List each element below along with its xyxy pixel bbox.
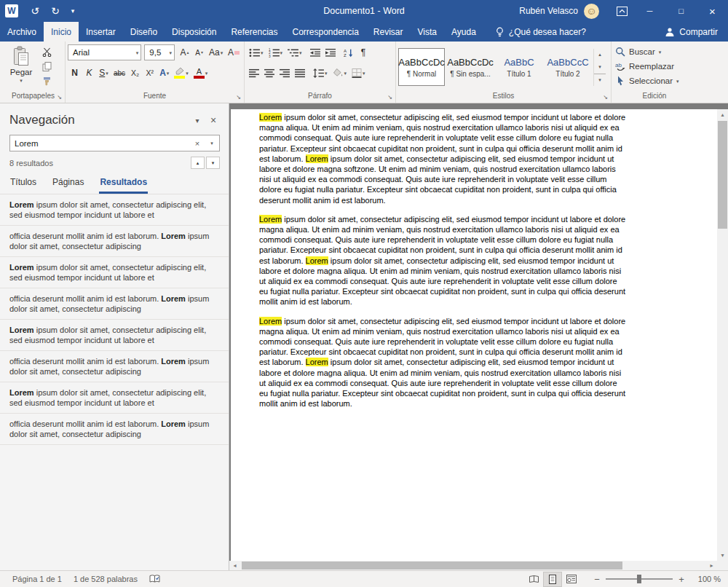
ribbon-tab-ayuda[interactable]: Ayuda — [444, 22, 483, 42]
style-sin-espa[interactable]: AaBbCcDc¶ Sin espa... — [447, 48, 494, 86]
show-paragraph-marks-button[interactable]: ¶ — [357, 44, 371, 60]
dialog-launcher-icon[interactable]: ↘ — [57, 95, 62, 101]
text-effects-button[interactable]: A▾ — [157, 65, 171, 81]
ribbon-display-options-icon[interactable] — [609, 0, 634, 22]
search-options-icon[interactable]: ▾ — [205, 135, 219, 151]
style-t-tulo-1[interactable]: AaBbCTítulo 1 — [496, 48, 542, 86]
search-result-item[interactable]: Lorem ipsum dolor sit amet, consectetur … — [0, 194, 229, 226]
ribbon-tab-correspondencia[interactable]: Correspondencia — [285, 22, 365, 42]
nav-tab-paginas[interactable]: Páginas — [52, 173, 84, 194]
zoom-slider-thumb[interactable] — [637, 575, 641, 583]
customize-qat-icon[interactable]: ▾ — [66, 2, 79, 20]
scroll-down-icon[interactable]: ▾ — [717, 550, 728, 561]
close-button[interactable]: × — [697, 0, 728, 22]
document-page[interactable]: Lorem ipsum dolor sit amet, consectetur … — [231, 109, 717, 561]
search-result-item[interactable]: Lorem ipsum dolor sit amet, consectetur … — [0, 257, 229, 288]
strikethrough-button[interactable]: abc — [111, 65, 127, 81]
redo-icon[interactable]: ↻ — [46, 2, 65, 20]
clear-formatting-button[interactable]: A — [226, 44, 242, 60]
highlight-color-button[interactable]: ▾ — [172, 65, 191, 81]
proofing-status[interactable] — [143, 571, 166, 587]
search-input[interactable] — [10, 139, 190, 148]
print-layout-button[interactable] — [543, 572, 562, 587]
undo-icon[interactable]: ↺ — [25, 2, 44, 20]
shrink-font-button[interactable]: A▾ — [192, 44, 206, 60]
style-normal[interactable]: AaBbCcDc¶ Normal — [398, 48, 445, 86]
sort-button[interactable]: AZ — [341, 44, 356, 60]
zoom-level[interactable]: 100 % — [689, 575, 721, 583]
bullets-button[interactable]: ▾ — [247, 44, 266, 60]
borders-button[interactable]: ▾ — [349, 65, 368, 81]
scroll-up-icon[interactable]: ▴ — [717, 109, 728, 120]
change-case-button[interactable]: Aa▾ — [207, 44, 225, 60]
share-button[interactable]: Compartir — [665, 22, 728, 42]
select-button[interactable]: Seleccionar ▾ — [614, 74, 681, 88]
web-layout-button[interactable] — [562, 572, 581, 587]
justify-button[interactable] — [293, 65, 307, 81]
increase-indent-button[interactable] — [323, 44, 338, 60]
underline-button[interactable]: S▾ — [97, 65, 111, 81]
previous-result-icon[interactable]: ▴ — [191, 157, 205, 169]
cut-button[interactable] — [40, 45, 54, 58]
zoom-in-icon[interactable]: + — [674, 572, 689, 587]
maximize-button[interactable]: □ — [665, 0, 697, 22]
search-result-item[interactable]: officia deserunt mollit anim id est labo… — [0, 288, 229, 320]
horizontal-scrollbar[interactable]: ◂ ▸ — [229, 561, 717, 570]
dialog-launcher-icon[interactable]: ↘ — [236, 95, 241, 101]
next-result-icon[interactable]: ▾ — [206, 157, 220, 169]
copy-button[interactable] — [40, 60, 54, 73]
word-count[interactable]: 1 de 528 palabras — [68, 571, 143, 587]
styles-scroll-up-icon[interactable]: ▴ — [594, 49, 606, 61]
pane-options-icon[interactable]: ▾ — [189, 113, 205, 127]
subscript-button[interactable]: X₂ — [128, 65, 142, 81]
ribbon-tab-vista[interactable]: Vista — [411, 22, 444, 42]
vertical-scrollbar[interactable]: ▴ ▾ — [717, 109, 728, 561]
font-size-combo[interactable]: 9,5 ▾ — [144, 44, 175, 60]
decrease-indent-button[interactable] — [308, 44, 323, 60]
scroll-left-icon[interactable]: ◂ — [229, 561, 240, 570]
ribbon-tab-referencias[interactable]: Referencias — [223, 22, 285, 42]
ribbon-tab-insertar[interactable]: Insertar — [79, 22, 123, 42]
ribbon-tab-diseno[interactable]: Diseño — [123, 22, 165, 42]
align-left-button[interactable] — [247, 65, 261, 81]
italic-button[interactable]: K — [82, 65, 96, 81]
shading-button[interactable]: ▾ — [331, 65, 349, 81]
ribbon-tab-inicio[interactable]: Inicio — [44, 22, 79, 42]
multilevel-list-button[interactable]: ▾ — [285, 44, 304, 60]
search-result-item[interactable]: officia deserunt mollit anim id est labo… — [0, 351, 229, 382]
dialog-launcher-icon[interactable]: ↘ — [387, 95, 392, 101]
minimize-button[interactable]: ─ — [634, 0, 665, 22]
avatar[interactable]: ☺ — [584, 4, 599, 19]
bold-button[interactable]: N — [68, 65, 82, 81]
find-button[interactable]: Buscar ▾ — [614, 44, 662, 59]
read-mode-button[interactable] — [524, 572, 543, 587]
nav-tab-titulos[interactable]: Títulos — [9, 173, 37, 194]
ribbon-tab-revisar[interactable]: Revisar — [366, 22, 411, 42]
styles-scroll-down-icon[interactable]: ▾ — [594, 61, 606, 74]
nav-tab-resultados[interactable]: Resultados — [99, 173, 148, 194]
vertical-scroll-thumb[interactable] — [718, 121, 727, 229]
numbering-button[interactable]: 123 ▾ — [266, 44, 285, 60]
zoom-out-icon[interactable]: − — [590, 572, 604, 587]
tell-me-box[interactable]: ¿Qué desea hacer? — [495, 22, 586, 42]
align-center-button[interactable] — [262, 65, 277, 81]
dialog-launcher-icon[interactable]: ↘ — [603, 95, 608, 101]
zoom-slider[interactable] — [606, 578, 673, 580]
line-spacing-button[interactable]: ▾ — [311, 65, 330, 81]
clear-search-icon[interactable]: × — [190, 135, 205, 151]
search-result-item[interactable]: Lorem ipsum dolor sit amet, consectetur … — [0, 382, 229, 414]
scroll-right-icon[interactable]: ▸ — [706, 561, 717, 570]
align-right-button[interactable] — [277, 65, 292, 81]
styles-more-icon[interactable]: ▾ — [594, 74, 606, 86]
search-result-item[interactable]: Lorem ipsum dolor sit amet, consectetur … — [0, 320, 229, 351]
font-color-button[interactable]: A ▾ — [191, 65, 210, 81]
superscript-button[interactable]: X² — [143, 65, 157, 81]
grow-font-button[interactable]: A▴ — [178, 44, 191, 60]
ribbon-tab-disposicion[interactable]: Disposición — [165, 22, 223, 42]
paste-button[interactable]: Pegar ▾ — [4, 44, 39, 90]
font-name-combo[interactable]: Arial ▾ — [68, 44, 141, 60]
page-indicator[interactable]: Página 1 de 1 — [7, 571, 68, 587]
close-pane-icon[interactable]: × — [205, 113, 221, 127]
format-painter-button[interactable] — [40, 74, 54, 87]
search-result-item[interactable]: officia deserunt mollit anim id est labo… — [0, 226, 229, 257]
